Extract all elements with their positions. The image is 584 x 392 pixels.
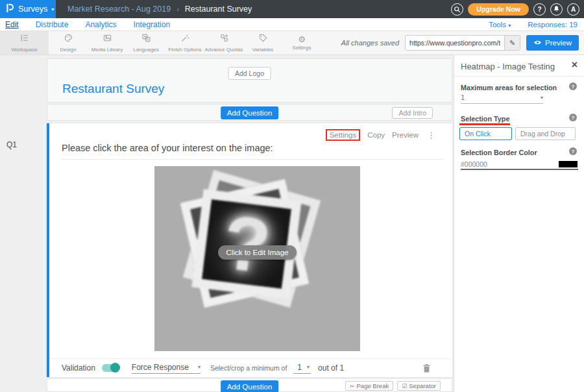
survey-header-card: Add Logo Restaurant Survey [47,58,452,103]
add-intro-button[interactable]: Add Intro [392,107,433,119]
edit-url-pencil-icon[interactable]: ✎ [504,36,520,50]
close-icon[interactable]: × [572,60,578,70]
tool-finish-options[interactable]: Finish Options [165,31,204,55]
max-areas-dropdown[interactable]: 1 ▾ [461,93,543,104]
surveys-menu[interactable]: Surveys ▾ [0,0,56,18]
border-color-field: #000000 [461,160,578,170]
survey-url-input[interactable] [406,36,504,50]
breadcrumb-folder[interactable]: Market Research - Aug 2019 [67,5,171,14]
upgrade-now-button[interactable]: Upgrade Now [468,3,529,16]
selection-type-on-click-button[interactable]: On Click [459,127,512,140]
section-nav: Edit Distribute Analytics Integration To… [0,18,584,31]
svg-text:A: A [147,38,149,42]
questionpro-logo-icon [6,3,14,16]
selection-type-red-annotation [459,123,510,125]
chevron-down-icon: ▾ [541,95,543,101]
heatmap-image-placeholder[interactable]: ? Click to Edit Image [154,166,360,351]
add-question-button-bottom[interactable]: Add Question [221,380,279,392]
question-copy-button[interactable]: Copy [367,131,385,139]
question-settings-panel: Heatmap - Image Testing × Maximum areas … [454,55,584,392]
max-areas-help-icon[interactable]: ? [569,82,577,90]
chevron-down-icon: ▾ [307,364,310,370]
tool-advance-quotas[interactable]: Advance Quotas [204,31,243,55]
separator-button[interactable]: ☑ Separator [397,381,441,391]
click-to-edit-image-button[interactable]: Click to Edit Image [218,245,297,260]
chevron-down-icon: ▾ [51,6,54,12]
question-preview-button[interactable]: Preview [392,131,419,139]
validation-row: Validation Force Response ▾ Select/crop … [49,358,452,377]
image-icon [103,33,112,45]
tab-analytics[interactable]: Analytics [85,20,116,29]
force-response-dropdown[interactable]: Force Response ▾ [132,363,201,374]
chevron-down-icon: ▾ [198,364,201,370]
header-action-strip: Add Question Add Intro [47,104,452,121]
max-areas-label: Maximum areas for selection [461,84,557,92]
gear-icon: ⚙ [298,35,306,43]
tab-distribute[interactable]: Distribute [36,20,69,29]
tool-workspace[interactable]: Workspace [0,31,49,55]
breadcrumb-current: Restaurant Survey [185,5,252,14]
survey-editor-canvas: Q1 Add Logo Restaurant Survey Add Questi… [0,55,454,392]
minimum-select-label: Select/crop a minimum of [210,364,287,372]
surveys-menu-label: Surveys [18,5,47,14]
chevron-down-icon: ▾ [508,23,511,29]
add-question-button-top[interactable]: Add Question [221,106,279,119]
panel-title: Heatmap - Image Testing [461,62,555,71]
separator-box-icon: ☑ [402,383,407,389]
breadcrumb: Market Research - Aug 2019 › Restaurant … [67,0,252,18]
border-color-help-icon[interactable]: ? [569,147,577,155]
translate-icon: A [141,33,151,45]
border-color-swatch[interactable] [559,161,578,167]
top-bar: Surveys ▾ Market Research - Aug 2019 › R… [0,0,584,18]
scissors-icon: ✂ [350,383,355,389]
editor-toolbar: Workspace Design Media Library A Languag… [0,31,584,55]
magic-wand-icon [180,33,190,45]
survey-title[interactable]: Restaurant Survey [62,82,164,96]
delete-question-trash-icon[interactable] [422,363,431,376]
tool-media-library[interactable]: Media Library [88,31,127,55]
question-card-q1: Settings Copy Preview ⋮ Please click the… [47,123,452,377]
border-color-label: Selection Border Color [461,149,537,156]
tab-edit[interactable]: Edit [5,20,19,29]
workspace-icon [19,33,29,45]
add-question-strip: Add Question ✂ Page Break ☑ Separator [47,378,452,392]
save-status: All changes saved [341,39,399,47]
validation-label: Validation [62,363,95,373]
tag-icon [258,33,268,45]
tool-languages[interactable]: A Languages [127,31,165,55]
add-logo-button[interactable]: Add Logo [228,67,271,80]
question-number-label: Q1 [6,140,17,149]
panel-divider [454,76,584,77]
avatar[interactable]: A [567,3,579,16]
selection-type-help-icon[interactable]: ? [569,114,577,121]
survey-url-box: ✎ [405,35,520,51]
help-button[interactable]: ? [533,3,546,16]
kebab-menu-icon[interactable]: ⋮ [427,130,435,140]
responses-count[interactable]: Responses: 19 [528,21,578,29]
preview-button[interactable]: Preview [526,35,579,51]
search-icon[interactable] [451,3,463,16]
tools-menu[interactable]: Tools ▾ [489,21,511,29]
selection-type-drag-drop-button[interactable]: Drag and Drop [515,127,576,140]
notifications-bell-icon[interactable] [550,3,563,16]
minimum-value-dropdown[interactable]: 1 ▾ [293,363,311,374]
question-settings-button[interactable]: Settings [326,129,361,141]
out-of-label: out of 1 [318,363,344,373]
palette-icon [64,33,73,45]
selection-type-label: Selection Type [461,115,509,123]
tool-variables[interactable]: Variables [243,31,282,55]
tab-integration[interactable]: Integration [133,20,170,29]
breadcrumb-separator: › [176,5,179,13]
question-text[interactable]: Please click the area of your interest o… [62,143,443,160]
tool-settings[interactable]: ⚙ Settings [282,31,321,55]
page-break-button[interactable]: ✂ Page Break [345,381,393,391]
eye-icon [533,39,542,47]
placeholder-question-glyph: ? [218,197,275,291]
quotas-links-icon [219,33,229,45]
validation-toggle[interactable] [102,364,119,372]
tool-design[interactable]: Design [49,31,88,55]
border-color-value[interactable]: #000000 [461,160,487,168]
